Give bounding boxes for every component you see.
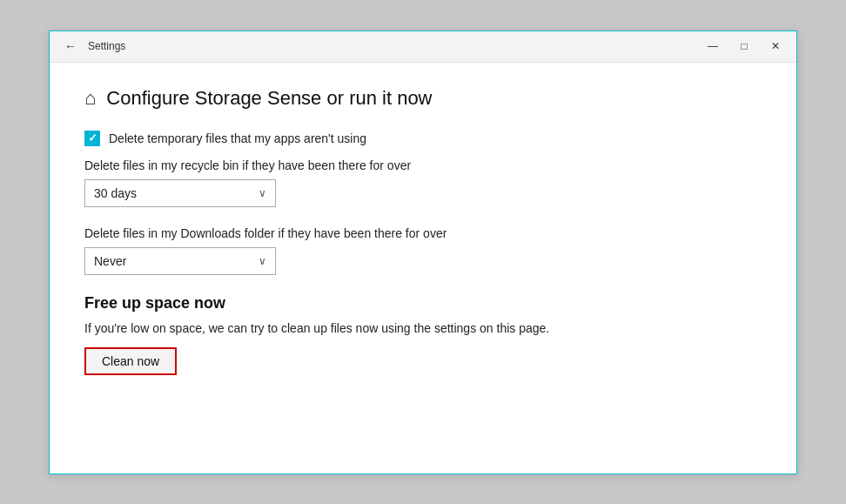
downloads-label: Delete files in my Downloads folder if t… xyxy=(84,226,762,240)
free-space-description: If you're low on space, we can try to cl… xyxy=(84,321,762,335)
titlebar: ← Settings — □ ✕ xyxy=(50,31,796,63)
recycle-bin-label: Delete files in my recycle bin if they h… xyxy=(84,158,762,172)
clean-now-button[interactable]: Clean now xyxy=(84,347,177,375)
downloads-dropdown-arrow: ∨ xyxy=(258,255,266,267)
page-title: Configure Storage Sense or run it now xyxy=(106,87,432,110)
back-button[interactable]: ← xyxy=(60,36,81,57)
recycle-bin-value: 30 days xyxy=(94,186,137,200)
checkbox-label: Delete temporary files that my apps aren… xyxy=(109,131,366,145)
downloads-dropdown[interactable]: Never ∨ xyxy=(84,247,276,275)
recycle-bin-dropdown-arrow: ∨ xyxy=(258,187,266,199)
titlebar-controls: — □ ✕ xyxy=(699,36,789,57)
recycle-bin-dropdown[interactable]: 30 days ∨ xyxy=(84,179,276,207)
titlebar-title: Settings xyxy=(88,40,699,52)
checkmark-icon: ✓ xyxy=(88,132,97,144)
downloads-value: Never xyxy=(94,254,126,268)
page-header: ⌂ Configure Storage Sense or run it now xyxy=(84,87,762,110)
downloads-section: Delete files in my Downloads folder if t… xyxy=(84,226,762,275)
home-icon: ⌂ xyxy=(84,89,96,108)
free-space-section: Free up space now If you're low on space… xyxy=(84,294,762,375)
delete-temp-checkbox[interactable]: ✓ xyxy=(84,131,100,146)
minimize-button[interactable]: — xyxy=(699,36,727,57)
checkbox-row[interactable]: ✓ Delete temporary files that my apps ar… xyxy=(84,131,762,146)
settings-window: ← Settings — □ ✕ ⌂ Configure Storage Sen… xyxy=(49,30,797,474)
close-button[interactable]: ✕ xyxy=(762,36,789,57)
maximize-button[interactable]: □ xyxy=(730,36,758,57)
recycle-bin-section: Delete files in my recycle bin if they h… xyxy=(84,158,762,207)
content-area: ⌂ Configure Storage Sense or run it now … xyxy=(50,63,796,474)
free-space-title: Free up space now xyxy=(84,294,762,312)
